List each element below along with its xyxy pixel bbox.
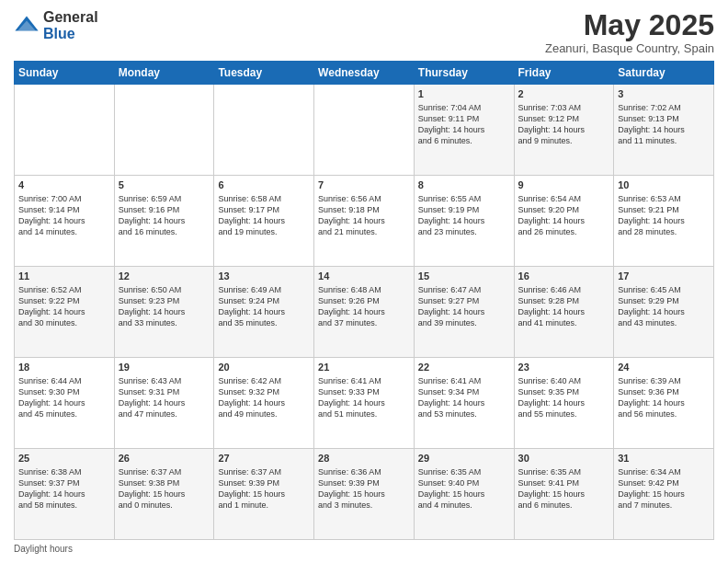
day-info: Sunrise: 6:36 AM Sunset: 9:39 PM Dayligh… [318,466,410,511]
calendar-cell: 12Sunrise: 6:50 AM Sunset: 9:23 PM Dayli… [114,267,214,358]
weekday-header: Thursday [414,62,514,85]
calendar-cell: 2Sunrise: 7:03 AM Sunset: 9:12 PM Daylig… [514,85,614,176]
day-info: Sunrise: 6:48 AM Sunset: 9:26 PM Dayligh… [318,284,410,329]
logo: General Blue [14,9,98,41]
calendar-week-row: 11Sunrise: 6:52 AM Sunset: 9:22 PM Dayli… [15,267,714,358]
calendar-week-row: 25Sunrise: 6:38 AM Sunset: 9:37 PM Dayli… [15,449,714,540]
logo-blue-text: Blue [43,26,98,42]
logo-general: General [43,9,98,26]
day-info: Sunrise: 6:49 AM Sunset: 9:24 PM Dayligh… [218,284,310,329]
calendar-cell: 20Sunrise: 6:42 AM Sunset: 9:32 PM Dayli… [214,358,314,449]
day-info: Sunrise: 7:02 AM Sunset: 9:13 PM Dayligh… [618,102,710,147]
logo-icon [14,13,40,39]
day-number: 31 [618,452,710,465]
day-number: 1 [418,87,510,101]
day-number: 14 [318,270,410,283]
calendar-cell: 17Sunrise: 6:45 AM Sunset: 9:29 PM Dayli… [614,267,714,358]
day-number: 13 [218,270,310,283]
calendar-header-row: SundayMondayTuesdayWednesdayThursdayFrid… [15,62,714,85]
day-number: 5 [119,178,210,192]
day-info: Sunrise: 6:54 AM Sunset: 9:20 PM Dayligh… [518,193,610,238]
day-info: Sunrise: 6:38 AM Sunset: 9:37 PM Dayligh… [18,466,110,511]
calendar-week-row: 4Sunrise: 7:00 AM Sunset: 9:14 PM Daylig… [15,176,714,267]
calendar-cell: 24Sunrise: 6:39 AM Sunset: 9:36 PM Dayli… [614,358,714,449]
calendar-cell: 5Sunrise: 6:59 AM Sunset: 9:16 PM Daylig… [114,176,214,267]
calendar-cell: 22Sunrise: 6:41 AM Sunset: 9:34 PM Dayli… [414,358,514,449]
day-number: 21 [318,361,410,374]
day-number: 17 [618,270,710,283]
day-number: 15 [418,270,510,283]
calendar-cell: 15Sunrise: 6:47 AM Sunset: 9:27 PM Dayli… [414,267,514,358]
day-number: 11 [18,270,110,283]
calendar-cell: 8Sunrise: 6:55 AM Sunset: 9:19 PM Daylig… [414,176,514,267]
calendar-cell: 7Sunrise: 6:56 AM Sunset: 9:18 PM Daylig… [314,176,415,267]
day-info: Sunrise: 6:58 AM Sunset: 9:17 PM Dayligh… [218,193,310,238]
day-info: Sunrise: 6:35 AM Sunset: 9:40 PM Dayligh… [418,466,510,511]
day-number: 24 [618,361,710,374]
title-block: May 2025 Zeanuri, Basque Country, Spain [545,9,714,55]
day-info: Sunrise: 7:00 AM Sunset: 9:14 PM Dayligh… [18,193,110,238]
day-info: Sunrise: 6:41 AM Sunset: 9:34 PM Dayligh… [418,375,510,420]
calendar-cell [114,85,214,176]
calendar-cell [314,85,415,176]
calendar-cell: 19Sunrise: 6:43 AM Sunset: 9:31 PM Dayli… [114,358,214,449]
calendar-cell: 21Sunrise: 6:41 AM Sunset: 9:33 PM Dayli… [314,358,415,449]
weekday-header: Friday [514,62,614,85]
day-info: Sunrise: 6:55 AM Sunset: 9:19 PM Dayligh… [418,193,510,238]
logo-text: General Blue [43,9,98,41]
calendar-cell: 9Sunrise: 6:54 AM Sunset: 9:20 PM Daylig… [514,176,614,267]
day-info: Sunrise: 6:40 AM Sunset: 9:35 PM Dayligh… [518,375,610,420]
day-number: 12 [119,270,210,283]
day-number: 28 [318,452,410,465]
weekday-header: Saturday [614,62,714,85]
calendar-cell: 3Sunrise: 7:02 AM Sunset: 9:13 PM Daylig… [614,85,714,176]
calendar-cell: 14Sunrise: 6:48 AM Sunset: 9:26 PM Dayli… [314,267,415,358]
day-info: Sunrise: 6:37 AM Sunset: 9:38 PM Dayligh… [119,466,210,511]
day-info: Sunrise: 6:56 AM Sunset: 9:18 PM Dayligh… [318,193,410,238]
day-info: Sunrise: 6:59 AM Sunset: 9:16 PM Dayligh… [119,193,210,238]
calendar-cell: 16Sunrise: 6:46 AM Sunset: 9:28 PM Dayli… [514,267,614,358]
page: General Blue May 2025 Zeanuri, Basque Co… [0,0,728,563]
weekday-header: Sunday [15,62,115,85]
calendar-cell: 6Sunrise: 6:58 AM Sunset: 9:17 PM Daylig… [214,176,314,267]
calendar-week-row: 1Sunrise: 7:04 AM Sunset: 9:11 PM Daylig… [15,85,714,176]
day-info: Sunrise: 6:52 AM Sunset: 9:22 PM Dayligh… [18,284,110,329]
day-number: 19 [119,361,210,374]
day-info: Sunrise: 6:41 AM Sunset: 9:33 PM Dayligh… [318,375,410,420]
calendar-cell: 1Sunrise: 7:04 AM Sunset: 9:11 PM Daylig… [414,85,514,176]
calendar-cell: 23Sunrise: 6:40 AM Sunset: 9:35 PM Dayli… [514,358,614,449]
day-info: Sunrise: 6:45 AM Sunset: 9:29 PM Dayligh… [618,284,710,329]
day-number: 29 [418,452,510,465]
day-number: 16 [518,270,610,283]
calendar-week-row: 18Sunrise: 6:44 AM Sunset: 9:30 PM Dayli… [15,358,714,449]
calendar-cell: 27Sunrise: 6:37 AM Sunset: 9:39 PM Dayli… [214,449,314,540]
day-info: Sunrise: 7:04 AM Sunset: 9:11 PM Dayligh… [418,102,510,147]
day-info: Sunrise: 6:53 AM Sunset: 9:21 PM Dayligh… [618,193,710,238]
calendar-cell: 26Sunrise: 6:37 AM Sunset: 9:38 PM Dayli… [114,449,214,540]
calendar-cell: 25Sunrise: 6:38 AM Sunset: 9:37 PM Dayli… [15,449,115,540]
day-number: 26 [119,452,210,465]
calendar-cell: 29Sunrise: 6:35 AM Sunset: 9:40 PM Dayli… [414,449,514,540]
day-number: 2 [518,87,610,101]
day-info: Sunrise: 6:44 AM Sunset: 9:30 PM Dayligh… [18,375,110,420]
day-info: Sunrise: 6:42 AM Sunset: 9:32 PM Dayligh… [218,375,310,420]
day-info: Sunrise: 6:46 AM Sunset: 9:28 PM Dayligh… [518,284,610,329]
day-info: Sunrise: 6:35 AM Sunset: 9:41 PM Dayligh… [518,466,610,511]
month-title: May 2025 [545,9,714,41]
calendar-cell: 13Sunrise: 6:49 AM Sunset: 9:24 PM Dayli… [214,267,314,358]
calendar-cell: 4Sunrise: 7:00 AM Sunset: 9:14 PM Daylig… [15,176,115,267]
day-info: Sunrise: 6:34 AM Sunset: 9:42 PM Dayligh… [618,466,710,511]
weekday-header: Tuesday [214,62,314,85]
day-info: Sunrise: 6:37 AM Sunset: 9:39 PM Dayligh… [218,466,310,511]
day-number: 9 [518,178,610,192]
day-number: 4 [18,178,110,192]
header: General Blue May 2025 Zeanuri, Basque Co… [14,9,714,55]
calendar-cell [15,85,115,176]
day-number: 30 [518,452,610,465]
day-number: 25 [18,452,110,465]
day-info: Sunrise: 6:50 AM Sunset: 9:23 PM Dayligh… [119,284,210,329]
day-number: 3 [618,87,710,101]
day-number: 6 [218,178,310,192]
day-number: 20 [218,361,310,374]
day-number: 22 [418,361,510,374]
